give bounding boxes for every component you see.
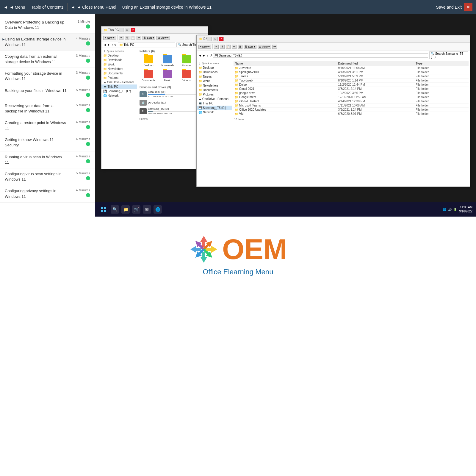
secondary-sidebar-thispc[interactable]: 💻 This PC (197, 101, 232, 106)
close-panel-button[interactable]: ◄ ◄ Close Menu Panel (71, 5, 116, 10)
secondary-maximize-button[interactable]: □ (213, 37, 218, 41)
file-row-5[interactable]: 📁 Gmail 2021 3/8/2021 2:14 PM File folde… (234, 87, 469, 91)
view-button[interactable]: ⊞ View ▾ (156, 36, 170, 40)
taskbar-store[interactable]: 🛒 (132, 205, 140, 214)
items-count-secondary: 16 items (234, 117, 469, 121)
file-row-1[interactable]: 📁 Spotlight-V100 4/13/2021 3:31 PM File … (234, 70, 469, 74)
file-row-3[interactable]: 📁 Twordweb 8/10/2020 1:14 PM File folder (234, 79, 469, 83)
sidebar-item-5[interactable]: Backing up your files in Windows 115 Min… (0, 85, 95, 100)
secondary-sidebar-desktop[interactable]: 📁 Desktop (197, 65, 232, 70)
secondary-rename-button[interactable]: ✏ (232, 45, 237, 49)
secondary-delete-button[interactable]: 🗑 (238, 45, 242, 49)
taskbar-clock[interactable]: 11:03 AM 9/16/2022 (459, 205, 473, 214)
file-row-8[interactable]: 📁 iShowU Instant 4/14/2021 12:30 PM File… (234, 99, 469, 104)
menu-button[interactable]: ◄ ◄ Menu (4, 5, 25, 10)
secondary-sidebar-downloads[interactable]: 📁 Downloads (197, 70, 232, 74)
refresh-button[interactable]: ↺ (114, 43, 117, 46)
sidebar-samsung[interactable]: 💾 Samsung_T5 (E:) (101, 89, 137, 93)
new-button[interactable]: + New ▾ (103, 36, 116, 40)
file-row-9[interactable]: 📁 Microsoft Teams 1/11/2021 10:08 AM Fil… (234, 104, 469, 108)
sidebar-thispc[interactable]: 💻 This PC (101, 84, 137, 89)
secondary-close-button[interactable]: ✕ (219, 37, 224, 41)
copy-button[interactable]: ⎘ (125, 36, 129, 40)
sidebar-pictures[interactable]: 📁 Pictures (101, 76, 137, 80)
secondary-cut-button[interactable]: ✂ (214, 45, 219, 49)
file-row-10[interactable]: 📁 Office 2020 Updates 3/2/2021 1:24 PM F… (234, 108, 469, 112)
sidebar-item-dot-10 (86, 176, 90, 180)
sidebar-network[interactable]: 🌐 Network (101, 93, 137, 98)
sidebar-item-2[interactable]: ►Using an External storage device in Win… (0, 34, 95, 51)
sidebar-item-7[interactable]: Creating a restore point in Windows 114 … (0, 117, 95, 134)
minimize-button[interactable]: ─ (119, 28, 123, 32)
maximize-button[interactable]: □ (125, 28, 129, 32)
secondary-address-bar[interactable]: 💾 Samsung_T5 (E:) (213, 53, 428, 58)
folder-desktop[interactable]: Desktop (140, 54, 157, 68)
taskbar-mail[interactable]: ✉ (143, 205, 151, 214)
secondary-sidebar-network[interactable]: 🌐 Network (197, 110, 232, 115)
secondary-sort-button[interactable]: ⇅ Sort ▾ (244, 45, 256, 49)
secondary-sidebar-tareas[interactable]: 📁 Tareas (197, 74, 232, 79)
file-row-0[interactable]: 📁 Juventud 9/16/2021 11:08 AM File folde… (234, 66, 469, 70)
file-row-4[interactable]: 📁 Dolve 11/2/2020 12:44 PM File folder (234, 83, 469, 87)
secondary-back-button[interactable]: ◄ (198, 54, 201, 57)
sidebar-item-6[interactable]: Recovering your data from a backup file … (0, 100, 95, 117)
folder-pictures[interactable]: Pictures (178, 54, 195, 68)
secondary-up-button[interactable]: ↑ (207, 54, 208, 57)
secondary-refresh-button[interactable]: ↺ (209, 54, 212, 57)
menu-arrow-icon: ◄ (4, 5, 8, 10)
taskbar-explorer[interactable]: 📁 (121, 205, 130, 214)
sidebar-item-8[interactable]: Getting to know Windows 11 Security4 Min… (0, 134, 95, 151)
back-button[interactable]: ◄ (103, 43, 106, 46)
sidebar-onedrive[interactable]: ☁ OneDrive - Personal (101, 80, 137, 84)
taskbar-edge[interactable]: 🌐 (154, 205, 162, 214)
folder-music[interactable]: Music (159, 69, 176, 83)
secondary-sidebar-work[interactable]: 📁 Work (197, 79, 232, 83)
folder-downloads[interactable]: Downloads (159, 54, 176, 68)
secondary-minimize-button[interactable]: ─ (207, 37, 212, 41)
taskbar-search[interactable]: 🔍 (111, 205, 119, 214)
sidebar-item-1[interactable]: Overview: Protecting & Backing up Data i… (0, 17, 95, 34)
paste-button[interactable]: 📋 (131, 36, 135, 40)
sidebar-item-10[interactable]: Configuring virus scan settings in Windo… (0, 168, 95, 185)
secondary-view-button[interactable]: ⊞ View ▾ (258, 45, 271, 49)
sidebar-item-4[interactable]: Formatting your storage device in Window… (0, 68, 95, 85)
file-row-2[interactable]: 📁 Tareas 5/13/2021 5:09 PM File folder (234, 74, 469, 79)
secondary-sidebar-documents[interactable]: 📁 Documents (197, 88, 232, 92)
cut-button[interactable]: ✂ (119, 36, 123, 40)
address-bar[interactable]: 📁 This PC (118, 43, 175, 47)
secondary-sidebar-onedrive[interactable]: ☁ OneDrive - Personal (197, 97, 232, 101)
content-area: 📁 This PC ─ □ ✕ + New ▾ ✂ ⎘ 📋 ✏ ⇅ Sort ▾ (95, 14, 476, 217)
secondary-forward-button[interactable]: ► (203, 54, 206, 57)
sidebar-item-3[interactable]: Copying data from an external storage de… (0, 51, 95, 68)
file-row-7[interactable]: 📁 Google meet 12/16/2020 11:56 AM File f… (234, 95, 469, 99)
secondary-sidebar-samsung[interactable]: 💾 Samsung_T5 (E:) (197, 106, 232, 110)
folder-videos[interactable]: Videos (178, 69, 195, 83)
secondary-sidebar-pictures[interactable]: 📁 Pictures (197, 92, 232, 97)
secondary-copy-button[interactable]: ⎘ (220, 45, 225, 49)
sidebar-desktop[interactable]: 📁 Desktop (101, 53, 137, 58)
secondary-paste-button[interactable]: 📋 (226, 45, 231, 49)
sidebar-item-11[interactable]: Configuring privacy settings in Windows … (0, 185, 95, 202)
sidebar-downloads[interactable]: 📁 Downloads (101, 58, 137, 62)
rename-button[interactable]: ✏ (137, 36, 141, 40)
sidebar-newsletters[interactable]: 📁 Newsletters (101, 67, 137, 71)
close-window-button[interactable]: ✕ (131, 28, 135, 32)
file-row-11[interactable]: 📁 VM 6/8/2020 3:01 PM File folder (234, 112, 469, 116)
save-exit-button[interactable]: Save and Exit (436, 5, 462, 10)
start-button[interactable] (99, 205, 108, 214)
sidebar-item-9[interactable]: Running a virus scan in Windows 114 Minu… (0, 151, 95, 168)
sidebar-documents[interactable]: 📁 Documents (101, 71, 137, 76)
up-button[interactable]: ↑ (112, 43, 113, 46)
sort-button[interactable]: ⇅ Sort ▾ (143, 36, 155, 40)
top-navigation-bar: ◄ ◄ Menu Table of Contents ◄ ◄ Close Men… (0, 0, 476, 14)
secondary-search-bar[interactable]: 🔍 Search Samsung_T5 (E:) (429, 51, 468, 59)
secondary-more-button[interactable]: ••• (272, 45, 277, 49)
sidebar-item-minutes-2: 4 Minutes (76, 37, 90, 40)
secondary-sidebar-newsletters[interactable]: 📁 Newsletters (197, 83, 232, 88)
close-button[interactable]: ✕ (464, 3, 472, 11)
secondary-new-button[interactable]: + New ▾ (198, 45, 211, 49)
file-row-6[interactable]: 📁 google drive 10/2/2020 3:56 PM File fo… (234, 91, 469, 95)
sidebar-work[interactable]: 📁 Work (101, 62, 137, 67)
folder-documents[interactable]: Documents (140, 69, 157, 83)
forward-button[interactable]: ► (107, 43, 110, 46)
